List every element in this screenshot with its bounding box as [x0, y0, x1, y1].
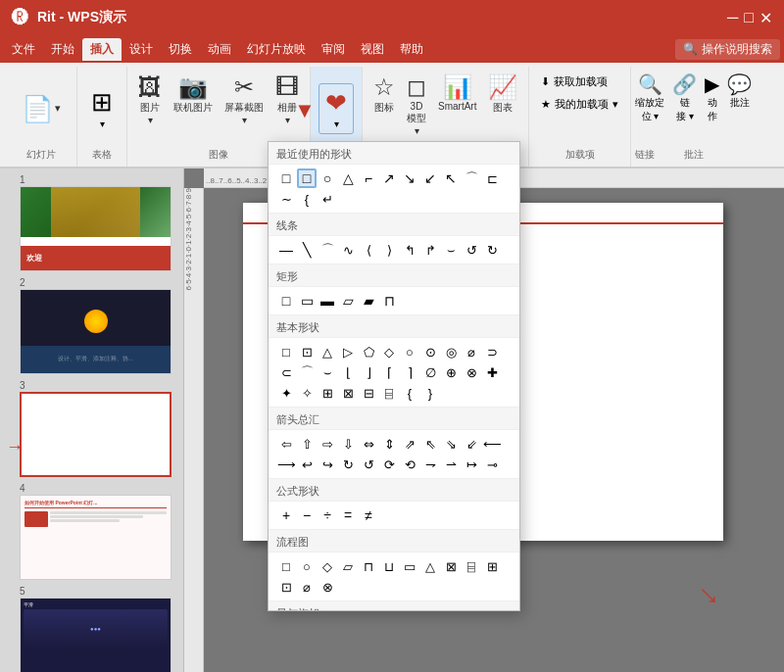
menu-item-animation[interactable]: 动画: [200, 38, 239, 61]
picture-button[interactable]: 🖼 图片 ▾: [133, 71, 167, 128]
link-button[interactable]: 🔗 链 接 ▾: [672, 72, 697, 123]
slide-image-5[interactable]: 平滑 ●●●: [20, 598, 172, 672]
shape-icon[interactable]: ↩: [297, 455, 317, 474]
shape-icon[interactable]: △: [420, 556, 440, 576]
online-picture-button[interactable]: 📷 联机图片: [169, 71, 218, 118]
shape-icon[interactable]: ⊠: [441, 556, 461, 576]
shape-icon[interactable]: ╲: [297, 240, 317, 260]
shape-icon[interactable]: ↘: [400, 168, 419, 188]
shape-icon[interactable]: ↰: [400, 240, 419, 260]
smartart-button[interactable]: 📊 SmartArt: [433, 71, 481, 115]
menu-item-switch[interactable]: 切换: [161, 38, 200, 61]
shape-icon[interactable]: }: [420, 383, 440, 403]
action-button[interactable]: ▶ 动 作: [705, 72, 719, 123]
shape-icon[interactable]: ○: [400, 342, 419, 361]
shape-icon[interactable]: ⇙: [462, 434, 481, 454]
shape-icon[interactable]: ⊡: [276, 577, 296, 597]
shape-icon[interactable]: ⊓: [379, 291, 399, 311]
shape-icon[interactable]: ↪: [318, 455, 337, 474]
shape-icon[interactable]: ⟨: [359, 240, 378, 260]
shape-icon[interactable]: ◇: [379, 342, 399, 361]
shape-icon[interactable]: ⊸: [482, 455, 502, 474]
shape-icon[interactable]: ↺: [359, 455, 378, 474]
icon-button[interactable]: ☆ 图标: [368, 71, 400, 118]
slide-thumb-2[interactable]: 2 设计、平滑、添加注释、协...: [2, 277, 181, 374]
menu-item-review[interactable]: 审阅: [314, 38, 353, 61]
shape-icon[interactable]: ⌐: [359, 168, 378, 188]
shape-icon-selected[interactable]: □: [297, 168, 317, 188]
shape-icon[interactable]: ⬠: [359, 342, 378, 361]
slide-panel[interactable]: 1 欢迎 2 设计、平滑、添加注释、协...: [0, 168, 184, 672]
shape-icon[interactable]: □: [276, 342, 296, 361]
slide-image-1[interactable]: 欢迎: [20, 186, 172, 271]
shape-dropdown[interactable]: 最近使用的形状 □ □ ○ △ ⌐ ↗ ↘ ↙ ↖ ⌒ ⊏ ∼ { ↵ 线条 —…: [268, 141, 520, 611]
shape-icon[interactable]: △: [318, 342, 337, 361]
shape-icon[interactable]: ⌸: [462, 556, 481, 576]
menu-item-design[interactable]: 设计: [122, 38, 161, 61]
shape-icon[interactable]: ↺: [462, 240, 481, 260]
shape-icon[interactable]: ⌸: [379, 383, 399, 403]
shape-icon[interactable]: □: [276, 291, 296, 311]
chart-button[interactable]: 📈 图表: [483, 71, 522, 118]
shape-icon[interactable]: ≠: [359, 505, 378, 525]
shape-icon[interactable]: ⌀: [462, 342, 481, 361]
comment-button[interactable]: 💬 批注: [727, 72, 752, 110]
shape-icon[interactable]: ⌣: [441, 240, 461, 260]
shape-icon[interactable]: +: [276, 505, 296, 525]
shape-icon[interactable]: ⇨: [318, 434, 337, 454]
shape-icon[interactable]: {: [297, 189, 317, 209]
shape-icon[interactable]: ⊗: [462, 362, 481, 382]
minimize-button[interactable]: ─: [727, 9, 738, 27]
shape-icon[interactable]: △: [338, 168, 358, 188]
shape-icon[interactable]: ⟳: [379, 455, 399, 474]
shape-icon[interactable]: =: [338, 505, 358, 525]
shape-icon[interactable]: ↱: [420, 240, 440, 260]
shape-icon[interactable]: ⟩: [379, 240, 399, 260]
shape-icon[interactable]: ⟵: [482, 434, 502, 454]
shape-icon[interactable]: ⊞: [482, 556, 502, 576]
shape-icon[interactable]: ▷: [338, 342, 358, 361]
shape-icon[interactable]: ∼: [276, 189, 296, 209]
menu-item-view[interactable]: 视图: [353, 38, 392, 61]
shape-icon[interactable]: ○: [297, 556, 317, 576]
shape-icon[interactable]: —: [276, 240, 296, 260]
shape-icon[interactable]: ⟲: [400, 455, 419, 474]
shape-icon[interactable]: ⊟: [359, 383, 378, 403]
close-button[interactable]: ✕: [760, 9, 772, 27]
slide-thumb-1[interactable]: 1 欢迎: [2, 174, 181, 271]
my-addins-button[interactable]: ★ 我的加载项 ▾: [537, 95, 622, 114]
slide-thumb-3[interactable]: 3 →: [2, 380, 181, 477]
slide-image-3[interactable]: [20, 392, 172, 477]
shape-icon[interactable]: ✦: [276, 383, 296, 403]
shapes-button[interactable]: ❤ ▾: [318, 83, 354, 134]
shape-icon[interactable]: ⌒: [318, 240, 337, 260]
shape-icon[interactable]: ▱: [338, 556, 358, 576]
get-addins-button[interactable]: ⬇ 获取加载项: [537, 72, 622, 91]
menu-item-help[interactable]: 帮助: [392, 38, 431, 61]
shape-icon[interactable]: ⇔: [359, 434, 378, 454]
shape-icon[interactable]: ⊙: [420, 342, 440, 361]
shape-icon[interactable]: ✧: [297, 383, 317, 403]
search-box[interactable]: 🔍 操作说明搜索: [675, 39, 780, 60]
shape-icon[interactable]: ⊞: [318, 383, 337, 403]
menu-item-slideshow[interactable]: 幻灯片放映: [239, 38, 314, 61]
slide-thumb-5[interactable]: 5 平滑 ●●●: [2, 586, 181, 672]
shape-icon[interactable]: ○: [318, 168, 337, 188]
shape-icon[interactable]: ∅: [420, 362, 440, 382]
shape-icon[interactable]: ↦: [462, 455, 481, 474]
shape-icon[interactable]: ⊗: [318, 577, 337, 597]
shape-icon[interactable]: ◎: [441, 342, 461, 361]
shape-icon[interactable]: ⇦: [276, 434, 296, 454]
shape-icon[interactable]: ✚: [482, 362, 502, 382]
shape-icon[interactable]: ⊡: [297, 342, 317, 361]
slide-image-4[interactable]: 如何开始使用 PowerPoint 幻灯...: [20, 495, 172, 580]
shape-icon[interactable]: ▬: [318, 291, 337, 311]
slide-image-2[interactable]: 设计、平滑、添加注释、协...: [20, 289, 172, 374]
shape-icon[interactable]: ⌈: [379, 362, 399, 382]
shape-icon[interactable]: −: [297, 505, 317, 525]
shape-icon[interactable]: □: [276, 168, 296, 188]
shape-icon[interactable]: ⇖: [420, 434, 440, 454]
shape-icon[interactable]: ÷: [318, 505, 337, 525]
maximize-button[interactable]: □: [744, 9, 754, 27]
shape-icon[interactable]: ⟶: [276, 455, 296, 474]
